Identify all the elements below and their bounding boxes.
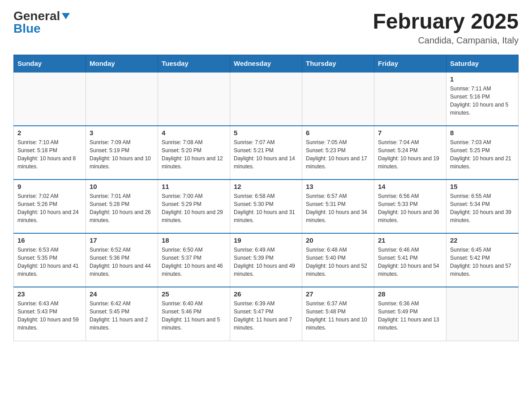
day-number: 25: [162, 290, 226, 298]
calendar-cell: [158, 72, 230, 126]
day-info: Sunrise: 7:05 AM Sunset: 5:23 PM Dayligh…: [306, 138, 370, 171]
calendar-cell: 25Sunrise: 6:40 AM Sunset: 5:46 PM Dayli…: [158, 287, 230, 341]
day-info: Sunrise: 6:58 AM Sunset: 5:30 PM Dayligh…: [234, 192, 298, 224]
day-number: 28: [378, 290, 442, 298]
day-info: Sunrise: 7:04 AM Sunset: 5:24 PM Dayligh…: [378, 138, 442, 171]
calendar-cell: 21Sunrise: 6:46 AM Sunset: 5:41 PM Dayli…: [374, 233, 446, 287]
col-sunday: Sunday: [14, 55, 86, 73]
calendar-cell: 12Sunrise: 6:58 AM Sunset: 5:30 PM Dayli…: [230, 180, 302, 233]
calendar-cell: 13Sunrise: 6:57 AM Sunset: 5:31 PM Dayli…: [302, 180, 374, 233]
calendar-cell: 2Sunrise: 7:10 AM Sunset: 5:18 PM Daylig…: [14, 126, 86, 180]
day-number: 26: [234, 290, 298, 298]
day-info: Sunrise: 7:11 AM Sunset: 5:16 PM Dayligh…: [450, 85, 515, 117]
day-info: Sunrise: 7:10 AM Sunset: 5:18 PM Dayligh…: [17, 138, 82, 171]
day-number: 8: [450, 129, 515, 137]
location-subtitle: Candida, Campania, Italy: [373, 35, 519, 46]
calendar-table: Sunday Monday Tuesday Wednesday Thursday…: [13, 55, 519, 341]
day-info: Sunrise: 7:02 AM Sunset: 5:26 PM Dayligh…: [17, 192, 82, 224]
calendar-cell: 17Sunrise: 6:52 AM Sunset: 5:36 PM Dayli…: [86, 233, 158, 287]
logo-blue: Blue: [13, 21, 71, 36]
calendar-cell: [374, 72, 446, 126]
day-info: Sunrise: 7:00 AM Sunset: 5:29 PM Dayligh…: [162, 192, 226, 224]
calendar-week-row: 16Sunrise: 6:53 AM Sunset: 5:35 PM Dayli…: [14, 233, 519, 287]
calendar-cell: 8Sunrise: 7:03 AM Sunset: 5:25 PM Daylig…: [446, 126, 519, 180]
calendar-cell: 28Sunrise: 6:36 AM Sunset: 5:49 PM Dayli…: [374, 287, 446, 341]
day-info: Sunrise: 6:36 AM Sunset: 5:49 PM Dayligh…: [378, 300, 442, 332]
day-number: 11: [162, 183, 226, 190]
day-number: 1: [450, 75, 515, 83]
day-number: 24: [90, 290, 154, 298]
calendar-cell: 22Sunrise: 6:45 AM Sunset: 5:42 PM Dayli…: [446, 233, 519, 287]
title-block: February 2025 Candida, Campania, Italy: [373, 9, 519, 46]
day-info: Sunrise: 6:49 AM Sunset: 5:39 PM Dayligh…: [234, 246, 298, 278]
calendar-cell: 18Sunrise: 6:50 AM Sunset: 5:37 PM Dayli…: [158, 233, 230, 287]
calendar-cell: [446, 287, 519, 341]
day-number: 15: [450, 183, 515, 190]
day-number: 27: [306, 290, 370, 298]
day-number: 21: [378, 236, 442, 244]
calendar-cell: [86, 72, 158, 126]
calendar-cell: 3Sunrise: 7:09 AM Sunset: 5:19 PM Daylig…: [86, 126, 158, 180]
calendar-cell: 19Sunrise: 6:49 AM Sunset: 5:39 PM Dayli…: [230, 233, 302, 287]
calendar-cell: [230, 72, 302, 126]
day-info: Sunrise: 7:09 AM Sunset: 5:19 PM Dayligh…: [90, 138, 154, 171]
col-monday: Monday: [86, 55, 158, 73]
calendar-cell: [14, 72, 86, 126]
day-number: 3: [90, 129, 154, 137]
day-number: 14: [378, 183, 442, 190]
day-number: 22: [450, 236, 515, 244]
calendar-cell: 6Sunrise: 7:05 AM Sunset: 5:23 PM Daylig…: [302, 126, 374, 180]
calendar-week-row: 9Sunrise: 7:02 AM Sunset: 5:26 PM Daylig…: [14, 180, 519, 233]
day-number: 5: [234, 129, 298, 137]
calendar-cell: 9Sunrise: 7:02 AM Sunset: 5:26 PM Daylig…: [14, 180, 86, 233]
day-info: Sunrise: 6:46 AM Sunset: 5:41 PM Dayligh…: [378, 246, 442, 278]
day-info: Sunrise: 7:08 AM Sunset: 5:20 PM Dayligh…: [162, 138, 226, 171]
calendar-week-row: 2Sunrise: 7:10 AM Sunset: 5:18 PM Daylig…: [14, 126, 519, 180]
calendar-cell: 24Sunrise: 6:42 AM Sunset: 5:45 PM Dayli…: [86, 287, 158, 341]
col-friday: Friday: [374, 55, 446, 73]
day-info: Sunrise: 6:57 AM Sunset: 5:31 PM Dayligh…: [306, 192, 370, 224]
calendar-cell: 23Sunrise: 6:43 AM Sunset: 5:43 PM Dayli…: [14, 287, 86, 341]
day-number: 7: [378, 129, 442, 137]
day-number: 12: [234, 183, 298, 190]
page-header: General Blue February 2025 Candida, Camp…: [13, 9, 519, 46]
day-info: Sunrise: 6:52 AM Sunset: 5:36 PM Dayligh…: [90, 246, 154, 278]
day-info: Sunrise: 6:39 AM Sunset: 5:47 PM Dayligh…: [234, 300, 298, 332]
col-tuesday: Tuesday: [158, 55, 230, 73]
day-info: Sunrise: 6:42 AM Sunset: 5:45 PM Dayligh…: [90, 300, 154, 332]
day-info: Sunrise: 6:48 AM Sunset: 5:40 PM Dayligh…: [306, 246, 370, 278]
svg-marker-0: [62, 13, 70, 19]
calendar-cell: 7Sunrise: 7:04 AM Sunset: 5:24 PM Daylig…: [374, 126, 446, 180]
calendar-cell: 26Sunrise: 6:39 AM Sunset: 5:47 PM Dayli…: [230, 287, 302, 341]
day-info: Sunrise: 6:55 AM Sunset: 5:34 PM Dayligh…: [450, 192, 515, 224]
day-number: 9: [17, 183, 82, 190]
col-wednesday: Wednesday: [230, 55, 302, 73]
calendar-week-row: 1Sunrise: 7:11 AM Sunset: 5:16 PM Daylig…: [14, 72, 519, 126]
calendar-cell: 11Sunrise: 7:00 AM Sunset: 5:29 PM Dayli…: [158, 180, 230, 233]
day-info: Sunrise: 6:37 AM Sunset: 5:48 PM Dayligh…: [306, 300, 370, 332]
calendar-cell: 20Sunrise: 6:48 AM Sunset: 5:40 PM Dayli…: [302, 233, 374, 287]
day-number: 18: [162, 236, 226, 244]
month-title: February 2025: [373, 9, 519, 34]
day-number: 20: [306, 236, 370, 244]
day-info: Sunrise: 6:56 AM Sunset: 5:33 PM Dayligh…: [378, 192, 442, 224]
calendar-cell: 10Sunrise: 7:01 AM Sunset: 5:28 PM Dayli…: [86, 180, 158, 233]
day-info: Sunrise: 6:50 AM Sunset: 5:37 PM Dayligh…: [162, 246, 226, 278]
calendar-cell: 15Sunrise: 6:55 AM Sunset: 5:34 PM Dayli…: [446, 180, 519, 233]
calendar-week-row: 23Sunrise: 6:43 AM Sunset: 5:43 PM Dayli…: [14, 287, 519, 341]
day-number: 16: [17, 236, 82, 244]
day-number: 4: [162, 129, 226, 137]
calendar-cell: 4Sunrise: 7:08 AM Sunset: 5:20 PM Daylig…: [158, 126, 230, 180]
day-info: Sunrise: 6:43 AM Sunset: 5:43 PM Dayligh…: [17, 300, 82, 332]
calendar-cell: [302, 72, 374, 126]
day-info: Sunrise: 6:45 AM Sunset: 5:42 PM Dayligh…: [450, 246, 515, 278]
day-number: 17: [90, 236, 154, 244]
col-thursday: Thursday: [302, 55, 374, 73]
day-info: Sunrise: 7:07 AM Sunset: 5:21 PM Dayligh…: [234, 138, 298, 171]
calendar-cell: 5Sunrise: 7:07 AM Sunset: 5:21 PM Daylig…: [230, 126, 302, 180]
calendar-header-row: Sunday Monday Tuesday Wednesday Thursday…: [14, 55, 519, 73]
day-info: Sunrise: 6:40 AM Sunset: 5:46 PM Dayligh…: [162, 300, 226, 332]
day-number: 10: [90, 183, 154, 190]
col-saturday: Saturday: [446, 55, 519, 73]
day-number: 13: [306, 183, 370, 190]
